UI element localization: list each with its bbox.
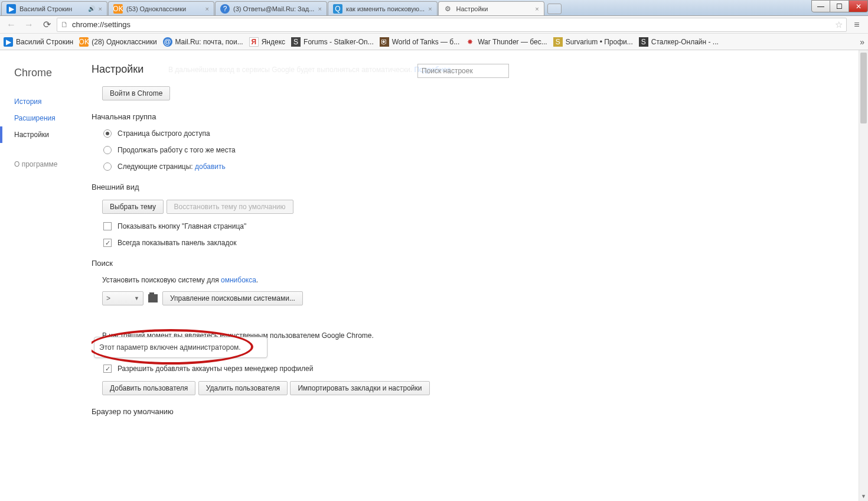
vertical-scrollbar[interactable]: ▲ ▼ [859,50,868,501]
checkbox-label: Показывать кнопку "Главная страница" [118,222,246,230]
policy-tooltip: Этот параметр включен администратором. [94,337,267,358]
sidebar-item-history[interactable]: История [0,93,92,110]
faded-info-text: В дальнейшем вход в сервисы Google будет… [168,66,457,74]
checkbox-show-bookmarks[interactable]: ✓ Всегда показывать панель закладок [102,239,788,247]
favicon: @ [163,37,172,47]
tab-strip: ▶ Василий Строкин 🔊 × OK (53) Одноклассн… [0,0,868,16]
radio-startup-newtab[interactable]: Страница быстрого доступа [102,129,788,138]
omnibox[interactable]: 🗋 chrome://settings ☆ [57,18,847,32]
menu-button[interactable]: ≡ [849,17,864,32]
page-title: Настройки [92,63,143,76]
bookmark-star-icon[interactable]: ☆ [835,19,843,30]
sidebar-item-extensions[interactable]: Расширения [0,110,92,126]
radio-startup-pages[interactable]: Следующие страницы: добавить [102,162,788,171]
checkbox-icon: ✓ [103,239,112,247]
window-minimize-button[interactable]: — [811,0,830,12]
bookmark-item[interactable]: SСталкер-Онлайн - ... [639,37,719,47]
browser-tab[interactable]: OK (53) Одноклассники × [108,1,214,15]
tab-close-icon[interactable]: × [205,5,209,12]
bookmark-label: Mail.Ru: почта, пои... [175,38,243,46]
manage-search-engines-button[interactable]: Управление поисковыми системами... [162,291,303,305]
settings-content: Chrome История Расширения Настройки О пр… [0,50,868,501]
checkbox-show-home[interactable]: Показывать кнопку "Главная страница" [102,222,788,230]
favicon: Q [333,4,342,14]
checkbox-add-accounts[interactable]: ✓ Разрешить добавлять аккаунты через мен… [102,365,788,373]
bookmark-item[interactable]: ⛨World of Tanks — б... [380,37,459,47]
browser-tab[interactable]: ? (3) Ответы@Mail.Ru: Зад... × [215,1,327,15]
browser-tab-active[interactable]: ⚙ Настройки × [438,1,544,15]
checkbox-label: Всегда показывать панель закладок [118,239,236,247]
forward-button[interactable]: → [21,17,37,32]
bookmark-item[interactable]: SSurvarium • Профи... [553,37,633,47]
bookmark-label: Василий Строкин [16,38,73,46]
bookmark-item[interactable]: ✸War Thunder — бес... [465,37,547,47]
checkbox-label: Разрешить добавлять аккаунты через менед… [118,365,313,373]
window-maximize-button[interactable]: ☐ [830,0,849,12]
tab-title: (3) Ответы@Mail.Ru: Зад... [233,5,314,12]
settings-main: В дальнейшем вход в сервисы Google будет… [92,50,868,501]
sidebar-item-settings[interactable]: Настройки [0,126,92,143]
import-bookmarks-button[interactable]: Импортировать закладки и настройки [290,381,429,395]
search-engine-select[interactable]: > ▼ [102,291,143,305]
window-close-button[interactable]: ✕ [849,0,868,12]
bookmark-item[interactable]: ЯЯндекс [249,37,285,47]
chevron-down-icon: ▼ [134,295,139,301]
tab-close-icon[interactable]: × [318,5,321,12]
radio-label: Следующие страницы: [118,162,195,171]
search-desc-post: . [256,276,258,284]
tab-close-icon[interactable]: × [99,5,102,12]
back-button[interactable]: ← [4,17,19,32]
toolbar: ← → ⟳ 🗋 chrome://settings ☆ ≡ [0,16,868,34]
search-desc-pre: Установить поисковую систему для [102,276,221,284]
reload-button[interactable]: ⟳ [39,17,54,32]
page-icon: 🗋 [61,20,68,29]
bookmark-label: Сталкер-Онлайн - ... [651,38,719,46]
favicon: OK [113,4,123,14]
tab-title: как изменить поисковую... [346,5,425,12]
tab-title: (53) Одноклассники [126,5,202,12]
radio-label: Продолжать работу с того же места [118,146,236,154]
tab-close-icon[interactable]: × [428,5,432,12]
sidebar-item-about[interactable]: О программе [0,156,92,173]
add-user-button[interactable]: Добавить пользователя [102,381,195,395]
section-title-search: Поиск [92,259,788,268]
bookmark-label: Survarium • Профи... [566,38,633,46]
add-pages-link[interactable]: добавить [195,162,226,171]
tab-close-icon[interactable]: × [535,5,539,12]
radio-icon [103,146,112,154]
sidebar-title: Chrome [0,67,92,79]
audio-icon[interactable]: 🔊 [88,5,95,12]
favicon: S [639,37,648,47]
scroll-down-button[interactable]: ▼ [859,492,868,501]
tab-title: Настройки [456,5,532,12]
bookmarks-overflow-button[interactable]: » [860,37,864,47]
settings-sidebar: Chrome История Расширения Настройки О пр… [0,50,92,501]
favicon: Я [249,37,259,47]
browser-tab[interactable]: ▶ Василий Строкин 🔊 × [1,1,107,15]
radio-icon [103,162,112,171]
bookmark-label: War Thunder — бес... [478,38,547,46]
bookmark-item[interactable]: OK(28) Одноклассники [79,37,156,47]
new-tab-button[interactable] [547,4,562,14]
delete-user-button[interactable]: Удалить пользователя [198,381,288,395]
tooltip-text: Этот параметр включен администратором. [99,343,241,352]
bookmark-item[interactable]: SForums - Stalker-On... [291,37,374,47]
radio-startup-continue[interactable]: Продолжать работу с того же места [102,146,788,154]
bookmark-item[interactable]: @Mail.Ru: почта, пои... [163,37,243,47]
section-title-startup: Начальная группа [92,112,788,121]
section-title-default-browser: Браузер по умолчанию [92,407,788,416]
checkbox-icon: ✓ [103,365,112,373]
favicon: S [291,37,301,47]
favicon: ▶ [6,4,16,14]
favicon: ✸ [465,37,475,47]
browser-tab[interactable]: Q как изменить поисковую... × [328,1,438,15]
radio-label: Страница быстрого доступа [118,129,210,138]
choose-theme-button[interactable]: Выбрать тему [102,200,164,214]
select-value: > [106,294,110,302]
search-settings-input[interactable]: Поиск настроек [417,64,509,78]
omnibox-link[interactable]: омнибокса [221,276,256,284]
scroll-thumb[interactable] [860,53,867,123]
bookmark-label: Forums - Stalker-On... [304,38,374,46]
bookmark-item[interactable]: ▶Василий Строкин [4,37,73,47]
signin-chrome-button[interactable]: Войти в Chrome [102,86,170,100]
